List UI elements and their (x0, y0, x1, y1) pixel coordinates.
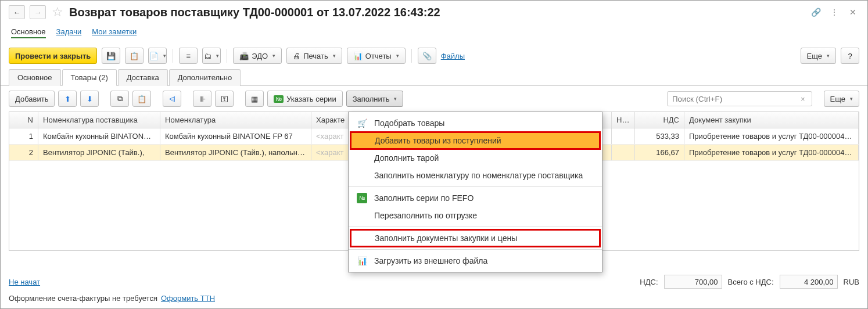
total-value: 4 200,00 (780, 275, 838, 289)
col-supplier-nom[interactable]: Номенклатура поставщика (38, 112, 160, 128)
page-title: Возврат товаров поставщику ТД00-000001 о… (69, 6, 805, 19)
col-nds[interactable]: НДС (635, 112, 684, 128)
printer-icon: 📠 (239, 52, 249, 60)
invoice-note: Оформление счета-фактуры не требуется (9, 294, 157, 303)
nds-value: 700,00 (664, 275, 722, 289)
tab-delivery[interactable]: Доставка (118, 69, 168, 86)
fill-dropdown-menu: 🛒 Подобрать товары Добавить товары из по… (348, 112, 602, 272)
favorite-star-icon[interactable]: ☆ (51, 5, 64, 19)
nav-forward-button[interactable]: → (30, 5, 46, 19)
chart-icon: 📊 (353, 52, 363, 60)
spreadsheet-icon: 📊 (357, 256, 367, 266)
tab-goods[interactable]: Товары (2) (62, 69, 117, 86)
menu-refill-shipment[interactable]: Перезаполнить по отгрузке (349, 207, 602, 224)
link-icon[interactable]: 🔗 (809, 6, 822, 19)
printer-icon: 🖨 (293, 52, 300, 60)
cart-icon: 🛒 (357, 118, 367, 128)
search-clear-button[interactable]: × (801, 95, 805, 103)
search-input[interactable] (667, 91, 812, 106)
copy-button[interactable]: ⧉ (110, 91, 129, 107)
separator (411, 49, 412, 63)
currency-label: RUB (844, 278, 859, 286)
series-badge-icon: № (357, 193, 367, 203)
status-link[interactable]: Не начат (9, 278, 40, 286)
more-button[interactable]: Еще (801, 48, 836, 64)
menu-load-file[interactable]: 📊 Загрузить из внешнего файла (349, 252, 602, 270)
help-button[interactable]: ? (841, 48, 859, 64)
kebab-menu-icon[interactable]: ⋮ (828, 6, 841, 19)
nds-label: НДС: (640, 278, 658, 286)
barcode-button[interactable]: ⊪ (193, 91, 211, 107)
grid-button[interactable]: ▦ (245, 91, 264, 107)
post-and-close-button[interactable]: Провести и закрыть (9, 48, 97, 64)
paste-button[interactable]: 📋 (132, 91, 151, 107)
menu-fill-by-supplier[interactable]: Заполнить номенклатуру по номенклатуре п… (349, 167, 602, 184)
menu-pick-goods[interactable]: 🛒 Подобрать товары (349, 114, 602, 132)
ttn-link[interactable]: Оформить ТТН (161, 294, 215, 303)
print-button[interactable]: 🖨Печать (286, 48, 342, 64)
col-nds-label[interactable]: НДС (612, 112, 635, 128)
separator (173, 49, 173, 63)
close-icon[interactable]: ✕ (847, 6, 859, 19)
total-label: Всего с НДС: (728, 278, 774, 286)
list-button[interactable]: ≡ (179, 48, 198, 64)
nav-main[interactable]: Основное (11, 26, 46, 38)
series-badge-icon: № (274, 95, 284, 103)
move-up-button[interactable]: ⬆ (58, 91, 77, 107)
specify-series-button[interactable]: №Указать серии (267, 91, 342, 107)
tab-extra[interactable]: Дополнительно (169, 69, 241, 86)
post-button[interactable]: 📋 (125, 48, 144, 64)
subtoolbar-more-button[interactable]: Еще (824, 91, 859, 107)
col-doc[interactable]: Документ закупки (684, 112, 859, 128)
stamp-button[interactable]: ⚿ (215, 91, 234, 107)
menu-fill-fefo[interactable]: № Заполнить серии по FEFO (349, 189, 602, 207)
menu-separator (349, 227, 602, 227)
menu-add-from-receipts[interactable]: Добавить товары из поступлений (350, 131, 601, 150)
menu-separator (349, 186, 602, 187)
add-row-button[interactable]: Добавить (9, 91, 55, 107)
nav-tasks[interactable]: Задачи (56, 26, 82, 38)
menu-separator (349, 249, 602, 250)
tab-main[interactable]: Основное (9, 69, 61, 86)
create-based-on-button[interactable]: 📄 (148, 48, 167, 64)
separator (227, 49, 227, 63)
share-button[interactable]: ⩤ (163, 91, 181, 107)
edo-button[interactable]: 📠ЭДО (233, 48, 282, 64)
reports-button[interactable]: 📊Отчеты (347, 48, 406, 64)
files-link[interactable]: Файлы (441, 52, 465, 60)
move-down-button[interactable]: ⬇ (80, 91, 99, 107)
nav-notes[interactable]: Мои заметки (92, 26, 137, 38)
col-nom[interactable]: Номенклатура (160, 112, 311, 128)
attach-button[interactable]: 📎 (418, 48, 436, 64)
menu-fill-docs-prices[interactable]: Заполнить документы закупки и цены (350, 229, 601, 247)
structure-button[interactable]: 🗂 (202, 48, 221, 64)
nav-back-button[interactable]: ← (9, 5, 25, 19)
fill-dropdown-button[interactable]: Заполнить (346, 91, 404, 107)
save-button[interactable]: 💾 (102, 48, 120, 64)
col-n[interactable]: N (9, 112, 38, 128)
menu-add-tare[interactable]: Дополнить тарой (349, 149, 602, 167)
